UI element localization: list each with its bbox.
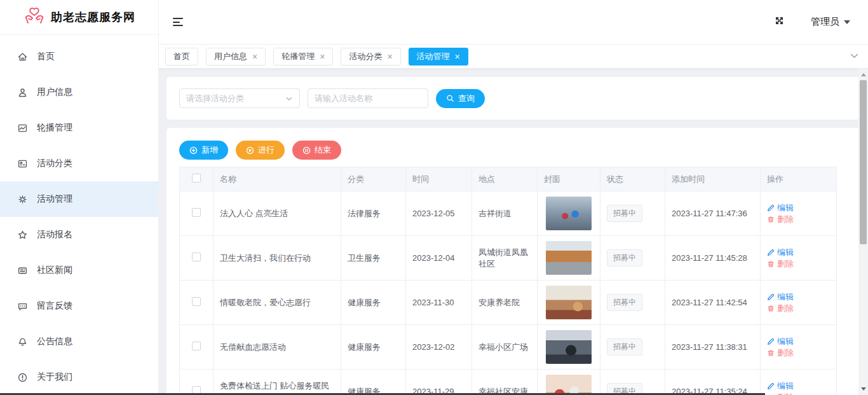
- sidebar-item-activity-management[interactable]: 活动管理: [0, 181, 158, 217]
- delete-button[interactable]: 删除: [767, 392, 794, 395]
- column-header-name: 名称: [214, 167, 341, 191]
- chevron-down-icon[interactable]: [850, 51, 859, 63]
- pencil-icon: [767, 293, 775, 301]
- sidebar-item-user-info[interactable]: 用户信息: [0, 74, 158, 110]
- column-header-added: 添加时间: [665, 167, 761, 191]
- scrollbar-up-arrow[interactable]: [858, 70, 868, 80]
- table-row: 免费体检送上门 贴心服务暖民心 健康服务 2023-11-29 幸福社区安康 招…: [180, 370, 837, 395]
- edit-button[interactable]: 编辑: [767, 380, 794, 392]
- cell-name: 卫生大清扫，我们在行动: [214, 236, 341, 281]
- vertical-scrollbar[interactable]: [858, 69, 868, 395]
- tab-activity-category[interactable]: 活动分类 ×: [341, 48, 400, 66]
- sidebar-item-home[interactable]: 首页: [0, 39, 158, 74]
- cell-category: 健康服务: [341, 281, 406, 325]
- tab-carousel[interactable]: 轮播管理 ×: [273, 48, 333, 66]
- sidebar-collapse-icon[interactable]: [173, 18, 183, 26]
- tab-close-icon[interactable]: ×: [252, 52, 257, 61]
- news-icon: [17, 265, 28, 276]
- sidebar-item-announcements[interactable]: 公告信息: [0, 324, 158, 359]
- user-menu[interactable]: 管理员: [811, 16, 850, 28]
- sidebar-nav: 首页 用户信息 轮播管理 活动分类 活动管理 活动报名: [0, 35, 158, 395]
- column-header-category: 分类: [341, 167, 406, 191]
- select-all-checkbox[interactable]: [192, 174, 201, 183]
- cover-image: [546, 241, 592, 275]
- fullscreen-icon[interactable]: [775, 16, 784, 28]
- cell-added-time: 2023-11-27 11:47:36: [665, 191, 761, 236]
- tab-home[interactable]: 首页: [165, 48, 198, 66]
- cover-image: [546, 197, 592, 230]
- cell-added-time: 2023-11-27 11:38:31: [665, 325, 761, 370]
- cell-time: 2023-12-05: [406, 191, 472, 236]
- sidebar-item-label: 活动管理: [37, 193, 72, 205]
- activity-name-input[interactable]: [308, 88, 428, 108]
- activities-table: 名称 分类 时间 地点 封面 状态 添加时间 操作: [179, 167, 837, 395]
- sidebar-item-about-us[interactable]: 关于我们: [0, 359, 158, 395]
- table-row: 情暖敬老院，爱心志愿行 健康服务 2023-11-30 安康养老院 招募中 20…: [180, 281, 837, 325]
- cell-category: 法律服务: [341, 191, 406, 236]
- cell-name: 情暖敬老院，爱心志愿行: [214, 281, 341, 325]
- edit-button[interactable]: 编辑: [767, 202, 794, 214]
- tab-close-icon[interactable]: ×: [320, 52, 325, 61]
- app-window: 助老志愿服务网 首页 用户信息 轮播管理 活动分类 活动管理: [0, 0, 868, 395]
- add-button[interactable]: 新增: [179, 141, 228, 160]
- tab-label: 首页: [173, 51, 190, 62]
- trash-icon: [767, 305, 775, 312]
- scrollbar-down-arrow[interactable]: [858, 384, 868, 394]
- tab-close-icon[interactable]: ×: [387, 52, 392, 61]
- row-checkbox[interactable]: [192, 342, 201, 350]
- sidebar-item-feedback[interactable]: 留言反馈: [0, 288, 158, 324]
- pencil-icon: [767, 249, 775, 256]
- cell-location: 幸福小区广场: [472, 325, 538, 370]
- heart-hands-logo-icon: [23, 4, 46, 30]
- cell-category: 卫生服务: [341, 236, 406, 281]
- sidebar-item-label: 留言反馈: [37, 300, 72, 312]
- app-title: 助老志愿服务网: [51, 10, 135, 25]
- cover-image: [546, 375, 592, 395]
- tab-user-info[interactable]: 用户信息 ×: [206, 48, 266, 66]
- pencil-icon: [767, 338, 775, 345]
- sidebar-item-activity-category[interactable]: 活动分类: [0, 146, 158, 181]
- row-checkbox[interactable]: [192, 253, 201, 261]
- proceed-button[interactable]: 进行: [236, 141, 285, 160]
- scrollbar-thumb[interactable]: [860, 80, 867, 244]
- sidebar-item-community-news[interactable]: 社区新闻: [0, 253, 158, 288]
- tab-activity-management[interactable]: 活动管理 ×: [409, 48, 468, 66]
- row-checkbox[interactable]: [192, 208, 201, 217]
- cell-location: 吉祥街道: [472, 191, 538, 236]
- sidebar-item-carousel[interactable]: 轮播管理: [0, 110, 158, 146]
- cell-time: 2023-11-29: [406, 370, 472, 395]
- table-row: 无偿献血志愿活动 健康服务 2023-12-02 幸福小区广场 招募中 2023…: [180, 325, 837, 370]
- sidebar-item-activity-signup[interactable]: 活动报名: [0, 217, 158, 253]
- sidebar-item-label: 公告信息: [37, 336, 72, 347]
- star-icon: [17, 229, 28, 240]
- table-row: 卫生大清扫，我们在行动 卫生服务 2023-12-04 凤城街道凤凰社区 招募中…: [180, 236, 837, 281]
- tab-label: 轮播管理: [281, 51, 315, 62]
- circle-play-icon: [246, 146, 254, 155]
- end-button[interactable]: 结束: [292, 141, 341, 160]
- cell-added-time: 2023-11-27 11:35:24: [665, 370, 761, 395]
- row-checkbox[interactable]: [192, 297, 201, 306]
- user-name: 管理员: [811, 16, 839, 28]
- column-header-cover: 封面: [538, 167, 600, 191]
- logo: 助老志愿服务网: [0, 0, 158, 35]
- cell-time: 2023-12-02: [406, 325, 472, 370]
- sidebar-item-label: 社区新闻: [37, 265, 72, 276]
- delete-button[interactable]: 删除: [767, 214, 794, 225]
- category-select[interactable]: 请选择活动分类: [179, 88, 300, 108]
- cell-name: 无偿献血志愿活动: [214, 325, 341, 370]
- cell-location: 幸福社区安康: [472, 370, 538, 395]
- cell-time: 2023-12-04: [406, 236, 472, 281]
- sidebar-item-label: 活动报名: [37, 229, 72, 240]
- sidebar-item-label: 关于我们: [37, 371, 72, 383]
- delete-button[interactable]: 删除: [767, 303, 794, 314]
- edit-button[interactable]: 编辑: [767, 247, 794, 258]
- delete-button[interactable]: 删除: [767, 347, 794, 359]
- cell-name: 法入人心 点亮生活: [214, 191, 341, 236]
- edit-button[interactable]: 编辑: [767, 336, 794, 347]
- delete-button[interactable]: 删除: [767, 258, 794, 270]
- tab-close-icon[interactable]: ×: [455, 52, 460, 61]
- cell-category: 健康服务: [341, 325, 406, 370]
- sidebar-item-label: 首页: [37, 51, 55, 62]
- edit-button[interactable]: 编辑: [767, 291, 794, 303]
- search-button[interactable]: 查询: [436, 89, 485, 108]
